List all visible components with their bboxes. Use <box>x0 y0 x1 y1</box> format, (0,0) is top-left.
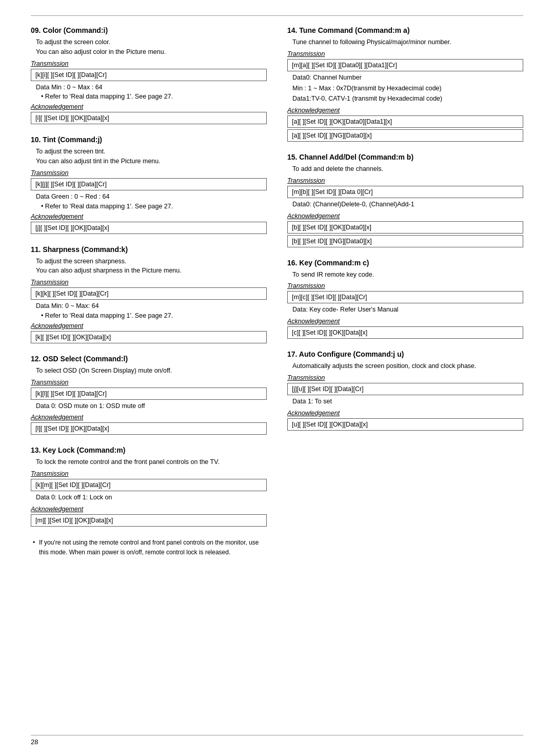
section-title-key-lock: 13. Key Lock (Command:m) <box>31 446 267 454</box>
section-title-auto-configure: 17. Auto Configure (Command:j u) <box>287 350 523 358</box>
data-line-osd-0: Data 0: OSD mute on 1: OSD mute off <box>36 401 267 411</box>
acknowledgement-code-tint: [j][ ][Set ID][ ][OK][Data][x] <box>31 222 267 234</box>
transmission-label-channel-add-del: Transmission <box>287 177 523 184</box>
acknowledgement-code-key-lock: [m][ ][Set ID][ ][OK][Data][x] <box>31 514 267 527</box>
transmission-code-osd: [k][l][ ][Set ID][ ][Data][Cr] <box>31 387 267 400</box>
transmission-code-key: [m][c][ ][Set ID][ ][Data][Cr] <box>287 291 523 303</box>
bullet-sharpness-0: Refer to 'Real data mapping 1'. See page… <box>41 312 267 319</box>
transmission-label-sharpness: Transmission <box>31 279 267 286</box>
page: 09. Color (Command:i) To adjust the scre… <box>0 0 554 756</box>
transmission-code-channel-add-del: [m][b][ ][Set ID][ ][Data 0][Cr] <box>287 186 523 198</box>
section-sharpness-command: 11. Sharpness (Command:k) To adjust the … <box>31 245 267 343</box>
acknowledgement-code-tune-1: [a][ ][Set ID][ ][NG][Data0][x] <box>287 129 523 142</box>
acknowledgement-code-channel-add-del-1: [b][ ][Set ID][ ][NG][Data0][x] <box>287 235 523 247</box>
transmission-label-auto-configure: Transmission <box>287 374 523 381</box>
section-desc-tune: Tune channel to following Physical/major… <box>287 37 523 47</box>
transmission-code-tune: [m][a][ ][Set ID][ ][Data0][ ][Data1][Cr… <box>287 59 523 71</box>
top-rule <box>31 15 523 16</box>
acknowledgement-label-tune: Acknowledgement <box>287 107 523 114</box>
acknowledgement-label-channel-add-del: Acknowledgement <box>287 212 523 220</box>
transmission-code-auto-configure: [j][u][ ][Set ID][ ][Data][Cr] <box>287 383 523 395</box>
acknowledgement-label-key-lock: Acknowledgement <box>31 506 267 513</box>
section-title-key: 16. Key (Command:m c) <box>287 259 523 267</box>
acknowledgement-code-sharpness: [k][ ][Set ID][ ][OK][Data][x] <box>31 331 267 343</box>
section-key-command: 16. Key (Command:m c) To send IR remote … <box>287 259 523 339</box>
data-line-key-0: Data: Key code- Refer User's Manual <box>292 305 523 315</box>
section-desc-key: To send IR remote key code. <box>287 270 523 280</box>
bullet-tint-0: Refer to 'Real data mapping 1'. See page… <box>41 203 267 210</box>
section-desc-tint: To adjust the screen tint. You can also … <box>31 147 267 166</box>
data-line-auto-configure-0: Data 1: To set <box>292 397 523 406</box>
transmission-code-key-lock: [k][m][ ][Set ID][ ][Data][Cr] <box>31 479 267 491</box>
section-tune-command: 14. Tune Command (Command:m a) Tune chan… <box>287 26 523 142</box>
data-line-tune-0: Data0: Channel Number <box>292 73 523 83</box>
two-column-layout: 09. Color (Command:i) To adjust the scre… <box>31 26 523 557</box>
data-line-tint-0: Data Green : 0 ~ Red : 64 <box>36 192 267 202</box>
acknowledgement-label-key: Acknowledgement <box>287 318 523 325</box>
transmission-code-color: [k][i][ ][Set ID][ ][Data][Cr] <box>31 69 267 81</box>
section-osd-select-command: 12. OSD Select (Command:l) To select OSD… <box>31 355 267 435</box>
acknowledgement-label-osd: Acknowledgement <box>31 414 267 421</box>
acknowledgement-code-key: [c][ ][Set ID][ ][OK][Data][x] <box>287 326 523 339</box>
section-title-osd: 12. OSD Select (Command:l) <box>31 355 267 363</box>
section-desc-auto-configure: Automatically adjusts the screen positio… <box>287 361 523 371</box>
section-tint-command: 10. Tint (Command:j) To adjust the scree… <box>31 135 267 234</box>
right-column: 14. Tune Command (Command:m a) Tune chan… <box>287 26 523 557</box>
footer-note: If you're not using the remote control a… <box>31 538 267 557</box>
section-title-color: 09. Color (Command:i) <box>31 26 267 34</box>
data-line-tune-2: Data1:TV-0, CATV-1 (transmit by Hexadeci… <box>292 94 523 104</box>
acknowledgement-label-tint: Acknowledgement <box>31 213 267 220</box>
transmission-label-key-lock: Transmission <box>31 470 267 477</box>
transmission-label-tint: Transmission <box>31 169 267 177</box>
section-key-lock-command: 13. Key Lock (Command:m) To lock the rem… <box>31 446 267 527</box>
section-title-tune: 14. Tune Command (Command:m a) <box>287 26 523 34</box>
section-color-command: 09. Color (Command:i) To adjust the scre… <box>31 26 267 124</box>
page-number: 28 <box>31 738 38 746</box>
section-title-sharpness: 11. Sharpness (Command:k) <box>31 245 267 254</box>
left-column: 09. Color (Command:i) To adjust the scre… <box>31 26 267 557</box>
acknowledgement-code-auto-configure: [u][ ][Set ID][ ][OK][Data][x] <box>287 418 523 431</box>
data-line-channel-add-del-0: Data0: (Channel)Delete-0, (Channel)Add-1 <box>292 200 523 209</box>
data-line-color-0: Data Min : 0 ~ Max : 64 <box>36 83 267 92</box>
transmission-code-tint: [k][j][ ][Set ID][ ][Data][Cr] <box>31 178 267 190</box>
bottom-rule <box>31 735 523 735</box>
section-desc-color: To adjust the screen color. You can also… <box>31 37 267 57</box>
acknowledgement-code-tune-0: [a][ ][Set ID][ ][OK][Data0][Data1][x] <box>287 115 523 128</box>
acknowledgement-label-sharpness: Acknowledgement <box>31 322 267 329</box>
data-line-sharpness-0: Data Min: 0 ~ Max: 64 <box>36 301 267 311</box>
transmission-label-color: Transmission <box>31 60 267 67</box>
transmission-label-key: Transmission <box>287 282 523 289</box>
section-desc-osd: To select OSD (On Screen Display) mute o… <box>31 366 267 376</box>
acknowledgement-code-osd: [l][ ][Set ID][ ][OK][Data][x] <box>31 422 267 435</box>
transmission-label-tune: Transmission <box>287 50 523 57</box>
acknowledgement-label-auto-configure: Acknowledgement <box>287 410 523 417</box>
data-line-tune-1: Min : 1 ~ Max : 0x7D(transmit by Hexadec… <box>292 84 523 93</box>
section-desc-channel-add-del: To add and delete the channels. <box>287 164 523 174</box>
section-auto-configure-command: 17. Auto Configure (Command:j u) Automat… <box>287 350 523 431</box>
acknowledgement-code-color: [i][ ][Set ID][ ][OK][Data][x] <box>31 112 267 124</box>
transmission-code-sharpness: [k][k][ ][Set ID][ ][Data][Cr] <box>31 287 267 300</box>
section-desc-key-lock: To lock the remote control and the front… <box>31 457 267 467</box>
transmission-label-osd: Transmission <box>31 379 267 386</box>
data-line-key-lock-0: Data 0: Lock off 1: Lock on <box>36 493 267 502</box>
section-title-channel-add-del: 15. Channel Add/Del (Command:m b) <box>287 153 523 161</box>
acknowledgement-label-color: Acknowledgement <box>31 103 267 110</box>
acknowledgement-code-channel-add-del-0: [b][ ][Set ID][ ][OK][Data0][x] <box>287 221 523 234</box>
section-desc-sharpness: To adjust the screen sharpness. You can … <box>31 257 267 276</box>
section-title-tint: 10. Tint (Command:j) <box>31 135 267 144</box>
section-channel-add-del-command: 15. Channel Add/Del (Command:m b) To add… <box>287 153 523 247</box>
bullet-color-0: Refer to 'Real data mapping 1'. See page… <box>41 93 267 100</box>
